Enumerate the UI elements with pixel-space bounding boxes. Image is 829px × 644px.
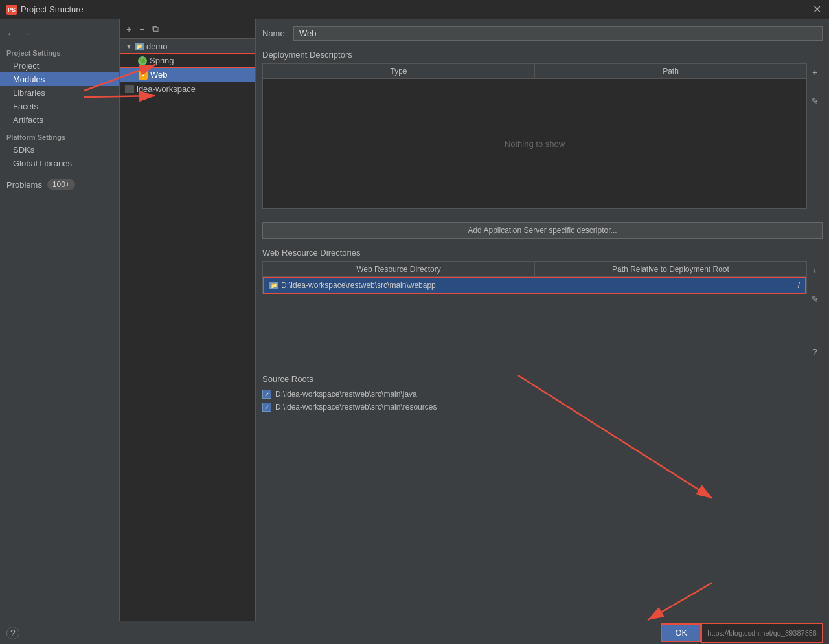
name-row: Name: bbox=[262, 26, 823, 41]
deployment-descriptors-title: Deployment Descriptors bbox=[262, 50, 823, 60]
web-resource-edit-btn[interactable]: ✎ bbox=[808, 293, 821, 305]
title-bar: PS Project Structure ✕ bbox=[0, 0, 829, 19]
tree-label-demo: demo bbox=[146, 41, 168, 51]
idea-icon bbox=[125, 85, 134, 93]
web-resource-row[interactable]: 📁 D:\idea-workspace\restweb\src\main\web… bbox=[263, 277, 806, 294]
sidebar-item-artifacts[interactable]: Artifacts bbox=[0, 113, 119, 127]
sidebar-item-project[interactable]: Project bbox=[0, 59, 119, 72]
source-roots-section: Source Roots ✓ D:\idea-workspace\restweb… bbox=[262, 374, 823, 414]
sidebar-item-facets[interactable]: Facets bbox=[0, 100, 119, 113]
source-item-java: ✓ D:\idea-workspace\restweb\src\main\jav… bbox=[262, 388, 823, 401]
web-resource-section: Web Resource Directories Web Resource Di… bbox=[262, 248, 823, 361]
title-bar-left: PS Project Structure bbox=[6, 5, 84, 15]
source-path-java: D:\idea-workspace\restweb\src\main\java bbox=[275, 390, 417, 399]
tree-label-web: Web bbox=[150, 70, 168, 80]
descriptor-side-buttons: + − ✎ bbox=[807, 63, 823, 110]
source-path-resources: D:\idea-workspace\restweb\src\main\resou… bbox=[275, 403, 437, 412]
folder-icon-demo: 📁 bbox=[135, 43, 144, 50]
ok-button[interactable]: OK bbox=[661, 623, 701, 642]
back-button[interactable]: ← bbox=[5, 27, 17, 40]
tree-item-demo[interactable]: ▼ 📁 demo bbox=[120, 39, 255, 54]
sidebar: ← → Project Settings Project Modules Lib… bbox=[0, 19, 120, 644]
tree-remove-button[interactable]: − bbox=[137, 23, 147, 36]
deployment-descriptors-header: Type Path bbox=[263, 64, 806, 79]
source-checkbox-resources[interactable]: ✓ bbox=[262, 403, 271, 412]
path-column-header: Path bbox=[535, 64, 806, 78]
tree-label-idea: idea-workspace bbox=[137, 84, 196, 94]
deployment-descriptors-body: Nothing to show bbox=[263, 79, 806, 208]
sidebar-item-sdks[interactable]: SDKs bbox=[0, 143, 119, 157]
deployment-descriptors-table: Type Path Nothing to show bbox=[262, 63, 807, 209]
web-resource-dir-value: D:\idea-workspace\restweb\src\main\webap… bbox=[281, 281, 436, 290]
type-column-header: Type bbox=[263, 64, 535, 78]
folder-icon-webapp: 📁 bbox=[269, 282, 278, 289]
web-resource-add-btn[interactable]: + bbox=[808, 264, 821, 277]
empty-text: Nothing to show bbox=[505, 139, 565, 149]
close-button[interactable]: ✕ bbox=[811, 4, 823, 16]
source-item-resources: ✓ D:\idea-workspace\restweb\src\main\res… bbox=[262, 401, 823, 414]
problems-badge: 100+ bbox=[47, 179, 75, 190]
web-resource-help-btn[interactable]: ? bbox=[808, 346, 821, 359]
spring-icon: 🌿 bbox=[138, 56, 147, 65]
middle-right: + − ⧉ ▼ 📁 demo 🌿 Spring ● Web bbox=[120, 19, 829, 644]
tree-add-button[interactable]: + bbox=[124, 23, 134, 36]
project-settings-header: Project Settings bbox=[0, 45, 119, 59]
bottom-bar: ? OK https://blog.csdn.net/qq_89387856 bbox=[0, 621, 829, 644]
sidebar-item-global-libraries[interactable]: Global Libraries bbox=[0, 157, 119, 170]
help-button[interactable]: ? bbox=[6, 627, 19, 639]
window-title: Project Structure bbox=[21, 5, 84, 14]
forward-button[interactable]: → bbox=[21, 27, 32, 40]
web-resource-side-buttons: + − ✎ ? bbox=[807, 261, 823, 361]
platform-settings-header: Platform Settings bbox=[0, 127, 119, 143]
tree-item-spring[interactable]: 🌿 Spring bbox=[120, 54, 255, 67]
url-text: https://blog.csdn.net/qq_89387856 bbox=[701, 623, 823, 643]
name-label: Name: bbox=[262, 28, 288, 38]
tree-toolbar: + − ⧉ bbox=[120, 19, 255, 39]
web-resource-dir-header: Web Resource Directory bbox=[263, 262, 535, 276]
web-resource-path-cell: / bbox=[793, 281, 800, 290]
tree-arrow-demo: ▼ bbox=[126, 43, 132, 50]
web-icon: ● bbox=[139, 71, 148, 80]
sidebar-item-modules[interactable]: Modules bbox=[0, 72, 119, 86]
web-resource-header: Web Resource Directory Path Relative to … bbox=[263, 262, 806, 277]
descriptor-add-btn[interactable]: + bbox=[808, 66, 821, 79]
source-roots-title: Source Roots bbox=[262, 374, 823, 384]
tree-item-web[interactable]: ● Web bbox=[120, 67, 255, 82]
tree-panel: + − ⧉ ▼ 📁 demo 🌿 Spring ● Web bbox=[120, 19, 256, 644]
descriptor-remove-btn[interactable]: − bbox=[808, 80, 821, 93]
bottom-right: OK https://blog.csdn.net/qq_89387856 bbox=[661, 623, 823, 643]
name-input[interactable] bbox=[293, 26, 823, 41]
problems-row: Problems 100+ bbox=[0, 175, 119, 194]
web-resource-path-header: Path Relative to Deployment Root bbox=[535, 262, 806, 276]
web-resource-dir-cell: 📁 D:\idea-workspace\restweb\src\main\web… bbox=[269, 281, 793, 290]
web-resource-remove-btn[interactable]: − bbox=[808, 278, 821, 291]
tree-copy-button[interactable]: ⧉ bbox=[150, 22, 161, 36]
sidebar-item-libraries[interactable]: Libraries bbox=[0, 86, 119, 100]
tree-item-idea-workspace[interactable]: idea-workspace bbox=[120, 82, 255, 96]
web-resource-table: Web Resource Directory Path Relative to … bbox=[262, 261, 807, 294]
app-icon: PS bbox=[6, 5, 17, 15]
descriptor-edit-btn[interactable]: ✎ bbox=[808, 94, 821, 107]
source-checkbox-java[interactable]: ✓ bbox=[262, 390, 271, 399]
main-layout: ← → Project Settings Project Modules Lib… bbox=[0, 19, 829, 644]
tree-label-spring: Spring bbox=[150, 56, 174, 65]
web-resource-title: Web Resource Directories bbox=[262, 248, 823, 258]
add-descriptor-button[interactable]: Add Application Server specific descript… bbox=[262, 222, 823, 239]
nav-toolbar: ← → bbox=[0, 25, 119, 45]
problems-label: Problems bbox=[6, 180, 42, 190]
detail-panel: Name: Deployment Descriptors Type Path N… bbox=[256, 19, 829, 644]
